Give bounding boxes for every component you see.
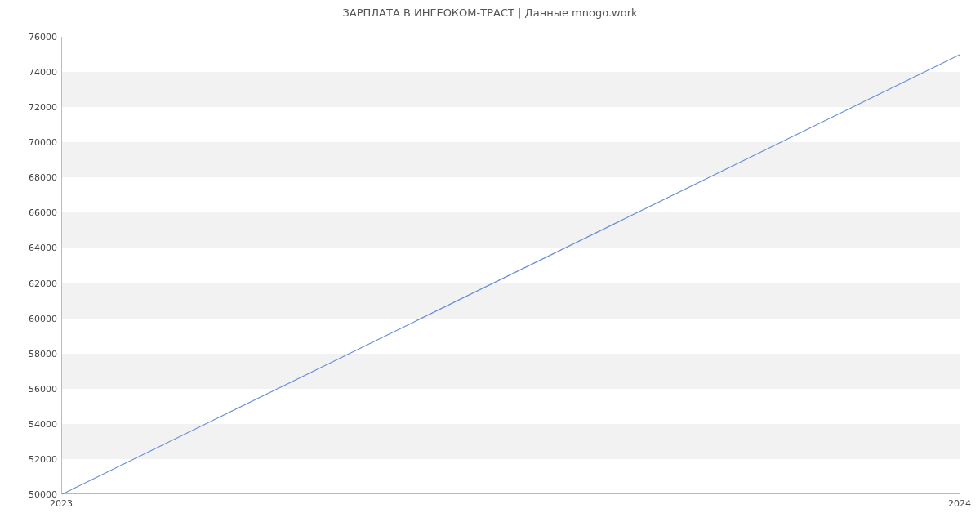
y-tick-label: 76000	[12, 32, 57, 42]
y-tick-label: 54000	[12, 418, 57, 429]
y-tick-label: 52000	[12, 453, 57, 464]
y-tick-label: 62000	[12, 278, 57, 288]
y-tick-label: 74000	[12, 67, 57, 78]
x-tick-label: 2024	[948, 498, 971, 509]
series-line	[62, 55, 960, 494]
y-tick-label: 72000	[12, 102, 57, 113]
y-tick-label: 68000	[12, 172, 57, 183]
y-tick-label: 64000	[12, 243, 57, 253]
plot-area	[61, 37, 960, 494]
y-tick-label: 56000	[12, 383, 57, 394]
y-tick-label: 60000	[12, 313, 57, 324]
y-tick-label: 66000	[12, 207, 57, 218]
y-tick-label: 58000	[12, 348, 57, 359]
chart-container: ЗАРПЛАТА В ИНГЕОКОМ-ТРАСТ | Данные mnogo…	[0, 0, 980, 531]
x-tick-label: 2023	[50, 498, 73, 509]
line-series	[62, 37, 960, 493]
chart-title: ЗАРПЛАТА В ИНГЕОКОМ-ТРАСТ | Данные mnogo…	[0, 7, 980, 19]
y-tick-label: 70000	[12, 137, 57, 148]
